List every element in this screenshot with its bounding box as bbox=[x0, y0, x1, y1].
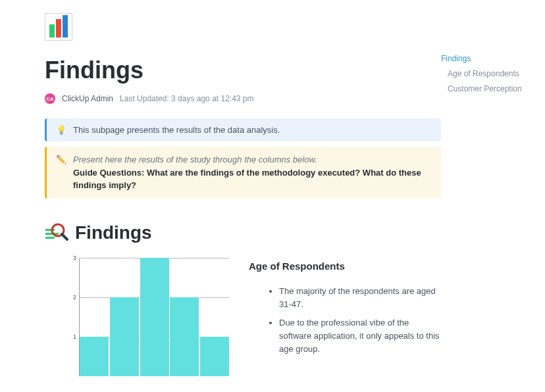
icon-bar-red bbox=[56, 19, 61, 37]
table-of-contents: Findings Age of Respondents Customer Per… bbox=[441, 0, 545, 392]
svg-rect-2 bbox=[45, 237, 55, 239]
guide-questions: Guide Questions: What are the findings o… bbox=[73, 166, 432, 192]
toc-link-perception[interactable]: Customer Perception bbox=[441, 82, 545, 97]
chart-bar bbox=[140, 258, 169, 376]
avatar[interactable]: CA bbox=[45, 93, 55, 104]
y-tick: 1 bbox=[65, 333, 76, 340]
chart-bar bbox=[80, 337, 109, 376]
chart-container: 123 bbox=[45, 258, 229, 376]
callout-info-text: This subpage presents the results of the… bbox=[73, 125, 432, 135]
magnifier-chart-icon bbox=[45, 221, 68, 245]
icon-bar-green bbox=[49, 24, 55, 37]
chart-bar bbox=[110, 297, 139, 376]
section-heading-text: Findings bbox=[75, 222, 152, 243]
page-meta: CA ClickUp Admin Last Updated: 3 days ag… bbox=[45, 93, 441, 104]
callout-info: 💡 This subpage presents the results of t… bbox=[45, 118, 441, 141]
subsection-heading: Age of Respondents bbox=[249, 260, 441, 272]
y-tick: 3 bbox=[65, 255, 76, 261]
icon-bar-blue bbox=[63, 15, 68, 37]
pencil-icon: ✏️ bbox=[56, 153, 66, 166]
lightbulb-icon: 💡 bbox=[56, 125, 66, 135]
page-icon[interactable] bbox=[45, 13, 72, 41]
chart-bar bbox=[200, 337, 229, 376]
toc-link-age[interactable]: Age of Respondents bbox=[441, 66, 545, 82]
list-item: The majority of the respondents are aged… bbox=[279, 285, 441, 311]
chart-bar bbox=[170, 297, 199, 376]
findings-list: The majority of the respondents are aged… bbox=[249, 285, 441, 356]
section-heading: Findings bbox=[45, 221, 441, 245]
svg-line-4 bbox=[62, 234, 67, 239]
callout-guide: ✏️ Present here the results of the study… bbox=[45, 147, 441, 199]
last-updated: Last Updated: 3 days ago at 12:43 pm bbox=[120, 94, 253, 103]
y-tick: 2 bbox=[65, 294, 76, 301]
toc-link-findings[interactable]: Findings bbox=[441, 51, 545, 66]
page-title: Findings bbox=[45, 57, 441, 84]
list-item: Due to the professional vibe of the soft… bbox=[279, 316, 441, 356]
svg-rect-0 bbox=[45, 229, 55, 231]
author-name[interactable]: ClickUp Admin bbox=[62, 94, 113, 103]
guide-intro: Present here the results of the study th… bbox=[73, 153, 432, 166]
